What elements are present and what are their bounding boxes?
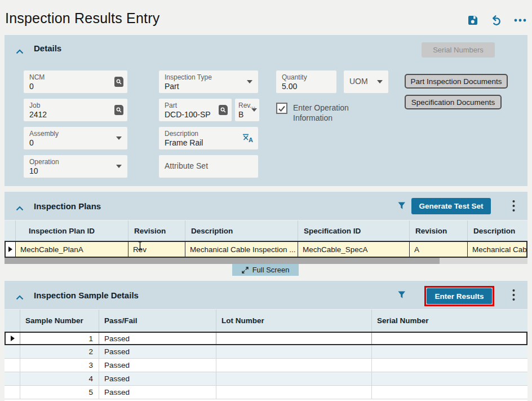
sample-number-cell[interactable]: 4 bbox=[20, 372, 99, 386]
operation-dropdown-caret-icon[interactable] bbox=[116, 165, 122, 168]
serial-numbers-button[interactable]: Serial Numbers bbox=[422, 42, 495, 58]
sample-row-4[interactable]: 4 Passed bbox=[5, 372, 527, 386]
sample-number-cell[interactable]: 2 bbox=[20, 345, 99, 359]
inspection-type-field[interactable]: Inspection Type Part bbox=[159, 70, 258, 93]
rev-field[interactable]: Rev... B bbox=[235, 99, 259, 121]
lot-number-cell[interactable] bbox=[216, 386, 372, 399]
sample-overflow-menu-icon[interactable] bbox=[509, 288, 517, 302]
sample-number-cell[interactable]: 5 bbox=[20, 386, 99, 399]
attribute-set-label: Attribute Set bbox=[165, 158, 252, 174]
serial-number-cell[interactable] bbox=[372, 386, 527, 399]
plans-cell-spec-revision[interactable]: A bbox=[410, 242, 468, 257]
plans-horizontal-scrollbar[interactable] bbox=[5, 258, 527, 264]
plans-header-gutter bbox=[5, 221, 16, 241]
save-icon[interactable] bbox=[467, 14, 479, 27]
sample-row-2[interactable]: 2 Passed bbox=[5, 345, 527, 359]
job-field[interactable]: Job 2412 bbox=[24, 99, 127, 121]
plans-overflow-menu-icon[interactable] bbox=[509, 199, 517, 213]
inspection-results-entry-screen: Inspection Results Entry Details Se bbox=[0, 0, 532, 401]
plans-col-revision[interactable]: Revision bbox=[128, 221, 185, 241]
plans-col-inspection-plan-id[interactable]: Inspection Plan ID bbox=[16, 221, 128, 241]
sample-col-lot-number[interactable]: Lot Number bbox=[216, 310, 372, 332]
attribute-set-field[interactable]: Attribute Set bbox=[159, 155, 258, 178]
inspection-sample-details-panel: Inspection Sample Details Enter Results … bbox=[5, 281, 527, 401]
specification-documents-button[interactable]: Specification Documents bbox=[405, 95, 502, 109]
sample-row-1-selector[interactable] bbox=[6, 333, 20, 344]
assembly-field[interactable]: Assembly 0 bbox=[24, 127, 127, 149]
serial-number-cell[interactable] bbox=[372, 359, 527, 372]
sample-col-sample-number[interactable]: Sample Number bbox=[20, 310, 99, 332]
plans-col-spec-description[interactable]: Description bbox=[468, 221, 527, 241]
serial-number-cell[interactable] bbox=[372, 333, 526, 344]
sample-row-1[interactable]: 1 Passed bbox=[5, 332, 527, 345]
job-lookup-icon[interactable] bbox=[114, 105, 123, 115]
quantity-field[interactable]: Quantity 5.00 bbox=[276, 70, 336, 93]
description-field[interactable]: Description Frame Rail A bbox=[159, 127, 258, 149]
sample-details-section-title: Inspection Sample Details bbox=[34, 290, 139, 300]
sample-details-header: Inspection Sample Details Enter Results bbox=[5, 281, 527, 309]
plans-table-row[interactable]: MechCable_PlanA Rev Mechanical Cable Ins… bbox=[5, 241, 527, 258]
sample-table-body: 1 Passed 2 Passed 3 Passed 4 bbox=[5, 332, 527, 399]
pass-fail-cell[interactable]: Passed bbox=[99, 345, 216, 359]
sample-row-2-selector[interactable] bbox=[5, 345, 20, 359]
overflow-menu-icon[interactable] bbox=[514, 14, 526, 27]
rev-dropdown-caret-icon[interactable] bbox=[251, 108, 257, 112]
sample-filter-icon[interactable] bbox=[398, 291, 406, 299]
checkbox-checked-icon[interactable] bbox=[276, 103, 287, 114]
enter-operation-information-checkbox[interactable]: Enter Operation Information bbox=[276, 103, 361, 123]
sample-row-4-selector[interactable] bbox=[5, 372, 20, 386]
lot-number-cell[interactable] bbox=[216, 372, 372, 386]
pass-fail-cell[interactable]: Passed bbox=[99, 386, 216, 399]
assembly-dropdown-caret-icon[interactable] bbox=[116, 136, 122, 140]
pass-fail-cell[interactable]: Passed bbox=[99, 333, 216, 344]
sample-number-cell[interactable]: 1 bbox=[20, 333, 99, 344]
serial-number-cell[interactable] bbox=[372, 345, 527, 359]
details-collapse-chevron-icon[interactable] bbox=[16, 46, 24, 56]
sample-row-5[interactable]: 5 Passed bbox=[5, 386, 527, 399]
part-lookup-icon[interactable] bbox=[219, 105, 228, 115]
serial-number-cell[interactable] bbox=[372, 372, 527, 386]
inspection-type-value: Part bbox=[165, 82, 252, 91]
part-value: DCD-100-SP bbox=[165, 110, 226, 120]
plans-filter-icon[interactable] bbox=[398, 202, 406, 210]
plans-col-specification-id[interactable]: Specification ID bbox=[298, 221, 410, 241]
full-screen-label: Full Screen bbox=[252, 266, 290, 274]
plans-row-selector[interactable] bbox=[6, 242, 16, 257]
ncm-field[interactable]: NCM 0 bbox=[24, 70, 127, 93]
lot-number-cell[interactable] bbox=[216, 359, 372, 372]
lot-number-cell[interactable] bbox=[216, 345, 372, 359]
plans-cell-revision[interactable]: Rev bbox=[128, 242, 185, 257]
ncm-lookup-icon[interactable] bbox=[114, 77, 123, 87]
plans-scrollbar-thumb[interactable] bbox=[5, 258, 440, 264]
sample-row-5-selector[interactable] bbox=[5, 386, 20, 399]
plans-cell-spec-description[interactable]: Mechanical Cable bbox=[468, 242, 526, 257]
undo-icon[interactable] bbox=[490, 14, 503, 27]
plans-col-spec-revision[interactable]: Revision bbox=[410, 221, 468, 241]
plans-col-description[interactable]: Description bbox=[185, 221, 298, 241]
lot-number-cell[interactable] bbox=[216, 333, 372, 344]
plans-cell-description[interactable]: Mechanical Cable Inspection ... bbox=[185, 242, 298, 257]
sample-row-3-selector[interactable] bbox=[5, 359, 20, 372]
operation-field[interactable]: Operation 10 bbox=[24, 155, 127, 178]
sample-col-pass-fail[interactable]: Pass/Fail bbox=[99, 310, 216, 332]
enter-results-button[interactable]: Enter Results bbox=[427, 288, 492, 304]
translate-icon[interactable]: A bbox=[242, 133, 254, 145]
inspection-plans-collapse-chevron-icon[interactable] bbox=[16, 203, 24, 213]
uom-dropdown-caret-icon[interactable] bbox=[377, 80, 383, 83]
inspection-type-dropdown-caret-icon[interactable] bbox=[247, 80, 252, 83]
plans-cell-specification-id[interactable]: MechCable_SpecA bbox=[298, 242, 410, 257]
uom-field[interactable]: UOM bbox=[344, 70, 388, 93]
inspection-type-label: Inspection Type bbox=[165, 73, 252, 82]
plans-cell-plan-id[interactable]: MechCable_PlanA bbox=[16, 242, 128, 257]
part-inspection-documents-button[interactable]: Part Inspection Documents bbox=[405, 74, 508, 89]
part-field[interactable]: Part DCD-100-SP bbox=[159, 99, 232, 121]
sample-number-cell[interactable]: 3 bbox=[20, 359, 99, 372]
sample-details-collapse-chevron-icon[interactable] bbox=[16, 292, 24, 302]
pass-fail-cell[interactable]: Passed bbox=[99, 359, 216, 372]
sample-row-3[interactable]: 3 Passed bbox=[5, 359, 527, 372]
full-screen-button[interactable]: Full Screen bbox=[232, 264, 299, 276]
job-value: 2412 bbox=[29, 110, 122, 120]
sample-col-serial-number[interactable]: Serial Number bbox=[372, 310, 527, 332]
generate-test-set-button[interactable]: Generate Test Set bbox=[411, 198, 491, 214]
pass-fail-cell[interactable]: Passed bbox=[99, 372, 216, 386]
